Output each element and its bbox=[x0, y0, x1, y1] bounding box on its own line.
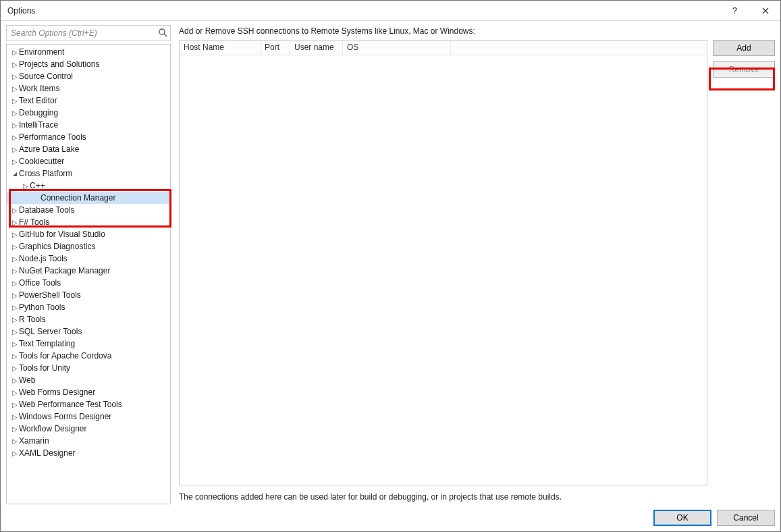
tree-item-label: Python Tools bbox=[19, 302, 65, 312]
col-username[interactable]: User name bbox=[290, 41, 343, 55]
tree-item-label: Web Forms Designer bbox=[19, 388, 95, 397]
tree-item-label: Text Editor bbox=[19, 96, 57, 105]
col-os[interactable]: OS bbox=[343, 41, 451, 55]
tree-item-workflow-designer[interactable]: ▷Workflow Designer bbox=[7, 423, 170, 435]
left-pane: ▷Environment▷Projects and Solutions▷Sour… bbox=[6, 25, 171, 504]
tree-item-graphics-diagnostics[interactable]: ▷Graphics Diagnostics bbox=[7, 240, 170, 252]
tree-item-label: NuGet Package Manager bbox=[19, 266, 110, 275]
tree-item-xaml-designer[interactable]: ▷XAML Designer bbox=[7, 447, 170, 459]
tree-item-label: Workflow Designer bbox=[19, 424, 86, 433]
search-input[interactable] bbox=[6, 25, 171, 41]
tree-item-nuget-package-manager[interactable]: ▷NuGet Package Manager bbox=[7, 265, 170, 277]
tree-item-xamarin[interactable]: ▷Xamarin bbox=[7, 435, 170, 447]
chevron-right-icon: ▷ bbox=[11, 340, 19, 348]
chevron-right-icon: ▷ bbox=[11, 61, 19, 68]
chevron-right-icon: ▷ bbox=[11, 231, 19, 238]
tree-item-label: XAML Designer bbox=[19, 448, 76, 458]
tree-item-label: Environment bbox=[19, 47, 64, 57]
chevron-right-icon: ▷ bbox=[11, 292, 19, 299]
search-wrap bbox=[6, 25, 171, 41]
tree-item-label: GitHub for Visual Studio bbox=[19, 230, 105, 239]
tree-item-github-for-visual-studio[interactable]: ▷GitHub for Visual Studio bbox=[7, 228, 170, 240]
tree-item-f-tools[interactable]: ▷F# Tools bbox=[7, 216, 170, 228]
tree-item-r-tools[interactable]: ▷R Tools bbox=[7, 313, 170, 325]
tree-item-cookiecutter[interactable]: ▷Cookiecutter bbox=[7, 155, 170, 167]
chevron-right-icon: ▷ bbox=[11, 304, 19, 311]
tree-item-windows-forms-designer[interactable]: ▷Windows Forms Designer bbox=[7, 410, 170, 423]
tree-item-label: Graphics Diagnostics bbox=[19, 242, 95, 251]
tree-item-label: Office Tools bbox=[19, 278, 61, 288]
window-title: Options bbox=[7, 6, 720, 16]
tree-item-source-control[interactable]: ▷Source Control bbox=[7, 70, 170, 82]
tree-item-web[interactable]: ▷Web bbox=[7, 374, 170, 386]
tree-item-web-forms-designer[interactable]: ▷Web Forms Designer bbox=[7, 386, 170, 398]
main-area: ▷Environment▷Projects and Solutions▷Sour… bbox=[6, 25, 775, 504]
tree-item-cross-platform[interactable]: ◢Cross Platform bbox=[7, 167, 170, 180]
chevron-right-icon: ▷ bbox=[11, 450, 19, 457]
chevron-right-icon: ▷ bbox=[11, 49, 19, 56]
titlebar: Options ? bbox=[1, 1, 780, 21]
chevron-right-icon: ▷ bbox=[11, 413, 19, 421]
chevron-right-icon: ▷ bbox=[11, 255, 19, 263]
svg-line-1 bbox=[164, 34, 167, 36]
cancel-button[interactable]: Cancel bbox=[717, 510, 775, 526]
tree-item-projects-and-solutions[interactable]: ▷Projects and Solutions bbox=[7, 58, 170, 70]
tree-item-label: Cross Platform bbox=[19, 169, 72, 178]
tree-item-label: Database Tools bbox=[19, 205, 75, 215]
chevron-right-icon: ▷ bbox=[11, 97, 19, 105]
search-icon[interactable] bbox=[158, 28, 167, 37]
chevron-right-icon: ▷ bbox=[11, 267, 19, 275]
chevron-right-icon: ▷ bbox=[11, 158, 19, 165]
tree-item-tools-for-apache-cordova[interactable]: ▷Tools for Apache Cordova bbox=[7, 350, 170, 362]
tree-item-azure-data-lake[interactable]: ▷Azure Data Lake bbox=[7, 143, 170, 155]
tree-item-label: Windows Forms Designer bbox=[19, 412, 111, 421]
tree-item-c-[interactable]: ▷C++ bbox=[7, 180, 170, 192]
ok-button[interactable]: OK bbox=[653, 510, 711, 526]
dialog-body: ▷Environment▷Projects and Solutions▷Sour… bbox=[1, 21, 780, 531]
col-port[interactable]: Port bbox=[261, 41, 290, 55]
tree-item-connection-manager[interactable]: Connection Manager bbox=[7, 192, 170, 204]
tree-item-work-items[interactable]: ▷Work Items bbox=[7, 82, 170, 95]
tree-item-office-tools[interactable]: ▷Office Tools bbox=[7, 277, 170, 289]
tree-item-node-js-tools[interactable]: ▷Node.js Tools bbox=[7, 252, 170, 265]
col-hostname[interactable]: Host Name bbox=[180, 41, 261, 55]
tree-item-sql-server-tools[interactable]: ▷SQL Server Tools bbox=[7, 325, 170, 338]
help-button[interactable]: ? bbox=[720, 1, 750, 21]
tree-item-label: R Tools bbox=[19, 315, 46, 324]
chevron-right-icon: ▷ bbox=[11, 109, 19, 117]
chevron-right-icon: ▷ bbox=[11, 243, 19, 250]
tree-item-debugging[interactable]: ▷Debugging bbox=[7, 107, 170, 119]
chevron-right-icon: ▷ bbox=[11, 401, 19, 408]
chevron-right-icon: ▷ bbox=[11, 352, 19, 360]
chevron-right-icon: ▷ bbox=[11, 316, 19, 323]
options-tree[interactable]: ▷Environment▷Projects and Solutions▷Sour… bbox=[6, 44, 171, 504]
tree-item-label: Performance Tools bbox=[19, 132, 86, 142]
close-button[interactable] bbox=[750, 1, 780, 21]
tree-item-python-tools[interactable]: ▷Python Tools bbox=[7, 301, 170, 313]
tree-item-label: IntelliTrace bbox=[19, 120, 58, 130]
tree-item-text-editor[interactable]: ▷Text Editor bbox=[7, 95, 170, 107]
chevron-right-icon: ▷ bbox=[11, 437, 19, 445]
tree-item-performance-tools[interactable]: ▷Performance Tools bbox=[7, 131, 170, 143]
tree-item-label: Node.js Tools bbox=[19, 254, 68, 263]
tree-item-label: Azure Data Lake bbox=[19, 144, 79, 154]
tree-item-tools-for-unity[interactable]: ▷Tools for Unity bbox=[7, 362, 170, 374]
tree-item-label: F# Tools bbox=[19, 217, 49, 227]
grid-header: Host Name Port User name OS bbox=[180, 41, 707, 55]
chevron-down-icon: ◢ bbox=[11, 171, 19, 177]
side-buttons: Add Remove bbox=[713, 40, 775, 485]
tree-item-database-tools[interactable]: ▷Database Tools bbox=[7, 204, 170, 216]
tree-item-label: PowerShell Tools bbox=[19, 290, 81, 300]
chevron-right-icon: ▷ bbox=[11, 122, 19, 129]
chevron-right-icon: ▷ bbox=[11, 85, 19, 92]
tree-item-powershell-tools[interactable]: ▷PowerShell Tools bbox=[7, 289, 170, 301]
add-button[interactable]: Add bbox=[713, 40, 775, 56]
tree-item-intellitrace[interactable]: ▷IntelliTrace bbox=[7, 119, 170, 131]
tree-item-label: Web bbox=[19, 375, 35, 385]
connections-grid[interactable]: Host Name Port User name OS bbox=[179, 40, 707, 485]
tree-item-environment[interactable]: ▷Environment bbox=[7, 46, 170, 58]
tree-item-label: C++ bbox=[30, 181, 45, 190]
tree-item-web-performance-test-tools[interactable]: ▷Web Performance Test Tools bbox=[7, 398, 170, 410]
grid-body[interactable] bbox=[180, 55, 707, 485]
tree-item-text-templating[interactable]: ▷Text Templating bbox=[7, 338, 170, 350]
